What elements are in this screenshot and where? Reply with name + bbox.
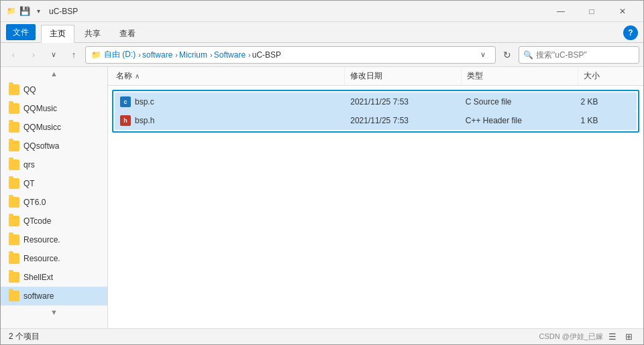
file-row-bspc[interactable]: c bsp.c 2021/11/25 7:53 C Source file 2 … bbox=[115, 92, 637, 111]
path-item-4: uC-BSP bbox=[252, 50, 281, 60]
path-item-1: software › bbox=[142, 50, 179, 60]
col-modified[interactable]: 修改日期 bbox=[345, 67, 462, 85]
explorer-window: 📁 💾 ▾ uC-BSP — □ ✕ 文件 主页 共享 查看 ? ‹ › ∨ ↑… bbox=[0, 0, 644, 345]
address-bar: ‹ › ∨ ↑ 📁 自由 (D:) › software › Micrium ›… bbox=[1, 43, 643, 67]
scroll-up-indicator[interactable]: ▲ bbox=[1, 67, 107, 80]
title-dropdown[interactable]: ▾ bbox=[33, 6, 44, 17]
path-link-software[interactable]: software bbox=[142, 50, 172, 60]
sort-arrow: ∧ bbox=[135, 72, 140, 80]
minimize-button[interactable]: — bbox=[545, 1, 576, 22]
dropdown-button[interactable]: ∨ bbox=[45, 46, 62, 64]
folder-icon bbox=[9, 178, 19, 189]
sidebar-item-qt60[interactable]: QT6.0 bbox=[1, 193, 107, 212]
filename-bspc: bsp.c bbox=[135, 97, 154, 107]
title-bar-title: uC-BSP bbox=[49, 7, 545, 16]
title-bar: 📁 💾 ▾ uC-BSP — □ ✕ bbox=[1, 1, 643, 22]
sidebar-item-resource1[interactable]: Resource. bbox=[1, 230, 107, 249]
title-bar-icons: 📁 💾 ▾ bbox=[6, 6, 44, 17]
col-type[interactable]: 类型 bbox=[462, 67, 578, 85]
file-cell-name-bspc: c bsp.c bbox=[115, 96, 345, 107]
sidebar-label: QTcode bbox=[23, 216, 51, 226]
file-list: c bsp.c 2021/11/25 7:53 C Source file 2 … bbox=[108, 86, 643, 328]
folder-icon bbox=[9, 291, 19, 301]
scroll-down-indicator[interactable]: ▼ bbox=[1, 305, 107, 319]
tab-share[interactable]: 共享 bbox=[76, 25, 109, 43]
sidebar-item-qq[interactable]: QQ bbox=[1, 80, 107, 99]
sidebar-label: QQsoftwa bbox=[23, 141, 59, 151]
address-path[interactable]: 📁 自由 (D:) › software › Micrium › Softwar… bbox=[85, 46, 496, 64]
tab-home[interactable]: 主页 bbox=[41, 25, 74, 43]
sidebar-label: QQMusic bbox=[23, 104, 57, 113]
file-cell-name-bsph: h bsp.h bbox=[115, 115, 345, 126]
file-row-bsph[interactable]: h bsp.h 2021/11/25 7:53 C++ Header file … bbox=[115, 111, 637, 130]
folder-icon bbox=[9, 122, 19, 133]
main-area: ▲ QQ QQMusic QQMusicc QQsoftwa qrs bbox=[1, 67, 643, 328]
sidebar-label: software bbox=[23, 291, 54, 301]
forward-button[interactable]: › bbox=[25, 46, 42, 64]
file-list-header: 名称 ∧ 修改日期 类型 大小 bbox=[108, 67, 643, 86]
folder-icon bbox=[9, 216, 19, 226]
c-file-icon: c bbox=[120, 96, 131, 107]
tab-view[interactable]: 查看 bbox=[111, 25, 144, 43]
selection-box: c bsp.c 2021/11/25 7:53 C Source file 2 … bbox=[112, 90, 639, 133]
path-dropdown[interactable]: ∨ bbox=[476, 46, 490, 64]
folder-icon bbox=[9, 234, 19, 245]
path-link-software2[interactable]: Software bbox=[214, 50, 246, 60]
col-size[interactable]: 大小 bbox=[578, 67, 641, 85]
folder-icon-addr: 📁 bbox=[91, 50, 101, 60]
search-box: 🔍 bbox=[519, 46, 639, 64]
back-button[interactable]: ‹ bbox=[5, 46, 22, 64]
up-button[interactable]: ↑ bbox=[65, 46, 83, 64]
file-cell-size-bspc: 2 KB bbox=[575, 97, 637, 107]
status-item-count: 2 个项目 bbox=[9, 331, 40, 342]
sidebar-label: QT6.0 bbox=[23, 198, 46, 207]
h-file-icon: h bbox=[120, 115, 131, 126]
file-area: 名称 ∧ 修改日期 类型 大小 c bbox=[108, 67, 643, 328]
sidebar-label: Resource. bbox=[23, 254, 60, 263]
file-cell-type-bspc: C Source file bbox=[460, 97, 576, 107]
refresh-button[interactable]: ↻ bbox=[498, 46, 516, 64]
sidebar-item-software[interactable]: software bbox=[1, 287, 107, 305]
help-button[interactable]: ? bbox=[623, 25, 638, 40]
sidebar-item-qqmusic[interactable]: QQMusic bbox=[1, 99, 107, 118]
status-right: CSDN @伊娃_已嫁 ☰ ⊞ bbox=[539, 330, 635, 344]
path-link-drive[interactable]: 自由 (D:) bbox=[104, 49, 136, 60]
sidebar-item-qrs[interactable]: qrs bbox=[1, 155, 107, 174]
status-bar: 2 个项目 CSDN @伊娃_已嫁 ☰ ⊞ bbox=[1, 328, 643, 344]
watermark: CSDN @伊娃_已嫁 bbox=[539, 332, 603, 342]
folder-icon bbox=[9, 197, 19, 208]
path-item-3: Software › bbox=[214, 50, 252, 60]
grid-view-icon[interactable]: ⊞ bbox=[622, 330, 635, 344]
sidebar-label: QT bbox=[23, 179, 35, 188]
col-name[interactable]: 名称 ∧ bbox=[111, 67, 345, 85]
search-icon: 🔍 bbox=[523, 50, 533, 60]
list-view-icon[interactable]: ☰ bbox=[606, 330, 619, 344]
folder-icon bbox=[9, 84, 19, 95]
file-cell-modified-bspc: 2021/11/25 7:53 bbox=[345, 97, 460, 107]
filename-bsph: bsp.h bbox=[135, 116, 154, 125]
file-cell-modified-bsph: 2021/11/25 7:53 bbox=[345, 116, 460, 125]
sidebar-item-qqsoftwa[interactable]: QQsoftwa bbox=[1, 137, 107, 155]
path-link-micrium[interactable]: Micrium bbox=[179, 50, 207, 60]
sidebar-label: Resource. bbox=[23, 235, 60, 245]
sidebar-item-shellext[interactable]: ShellExt bbox=[1, 268, 107, 287]
sidebar-label: qrs bbox=[23, 160, 35, 169]
sidebar-item-qtcode[interactable]: QTcode bbox=[1, 212, 107, 230]
maximize-button[interactable]: □ bbox=[576, 1, 607, 22]
window-title: uC-BSP bbox=[49, 7, 78, 16]
folder-icon bbox=[9, 141, 19, 151]
tab-wen[interactable]: 文件 bbox=[6, 24, 36, 40]
folder-icon bbox=[9, 272, 19, 283]
quick-access-save[interactable]: 💾 bbox=[19, 6, 30, 17]
sidebar-item-resource2[interactable]: Resource. bbox=[1, 249, 107, 268]
folder-icon bbox=[9, 159, 19, 170]
close-button[interactable]: ✕ bbox=[607, 1, 638, 22]
file-cell-type-bsph: C++ Header file bbox=[460, 116, 576, 125]
sidebar-item-qt[interactable]: QT bbox=[1, 174, 107, 193]
search-input[interactable] bbox=[536, 50, 635, 60]
path-current: uC-BSP bbox=[252, 50, 281, 60]
ribbon-tabs: 文件 主页 共享 查看 ? bbox=[1, 22, 643, 42]
sidebar-item-qqmusicc[interactable]: QQMusicc bbox=[1, 118, 107, 137]
window-icon: 📁 bbox=[6, 6, 17, 17]
sidebar: ▲ QQ QQMusic QQMusicc QQsoftwa qrs bbox=[1, 67, 108, 328]
